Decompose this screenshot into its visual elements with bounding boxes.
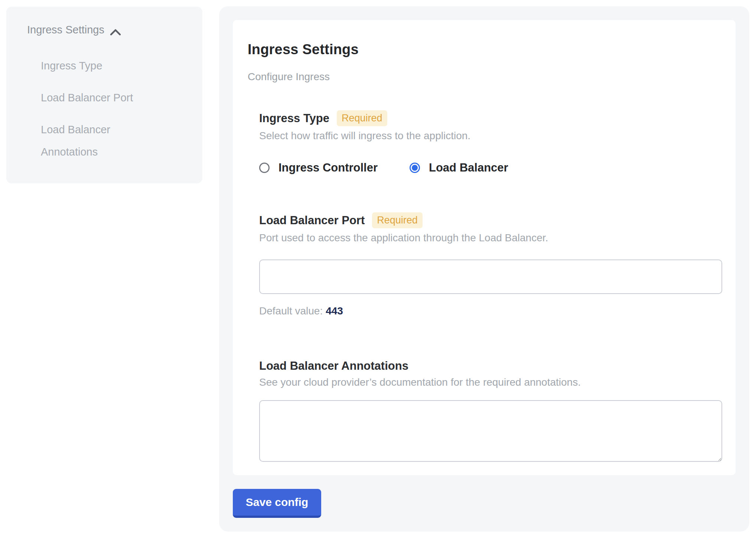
radio-option-ingress-controller[interactable]: Ingress Controller: [259, 161, 378, 174]
radio-selected-icon[interactable]: [410, 163, 420, 173]
ingress-settings-card: Ingress Settings Configure Ingress Ingre…: [233, 20, 736, 475]
sidebar-item-load-balancer-port[interactable]: Load Balancer Port: [41, 86, 156, 109]
radio-option-load-balancer[interactable]: Load Balancer: [410, 161, 508, 174]
load-balancer-annotations-textarea[interactable]: [259, 400, 722, 462]
required-badge: Required: [337, 110, 387, 126]
field-ingress-type: Ingress Type Required Select how traffic…: [259, 110, 723, 174]
radio-label-load-balancer: Load Balancer: [429, 161, 508, 174]
page-title: Ingress Settings: [248, 42, 723, 58]
load-balancer-annotations-description: See your cloud provider’s documentation …: [259, 376, 723, 388]
page-subtitle: Configure Ingress: [248, 71, 723, 83]
load-balancer-port-label: Load Balancer Port: [259, 214, 365, 227]
sidebar-item-ingress-type[interactable]: Ingress Type: [41, 55, 156, 77]
save-config-button[interactable]: Save config: [233, 489, 321, 518]
radio-unselected-icon[interactable]: [259, 163, 270, 173]
ingress-type-radio-group: Ingress Controller Load Balancer: [259, 161, 723, 174]
sidebar-section-label: Ingress Settings: [27, 24, 104, 36]
sidebar-item-load-balancer-annotations[interactable]: Load Balancer Annotations: [41, 118, 156, 163]
field-load-balancer-port: Load Balancer Port Required Port used to…: [259, 212, 723, 317]
ingress-type-label: Ingress Type: [259, 112, 329, 125]
radio-label-ingress-controller: Ingress Controller: [278, 161, 378, 174]
load-balancer-annotations-label: Load Balancer Annotations: [259, 359, 408, 373]
field-load-balancer-annotations: Load Balancer Annotations See your cloud…: [259, 359, 723, 462]
default-value-hint: Default value:443: [259, 305, 723, 317]
default-value-number: 443: [326, 305, 343, 317]
load-balancer-port-description: Port used to access the application thro…: [259, 232, 723, 244]
sidebar-item-list: Ingress Type Load Balancer Port Load Bal…: [27, 55, 191, 163]
load-balancer-port-input[interactable]: [259, 259, 722, 294]
settings-anchor-nav: Ingress Settings Ingress Type Load Balan…: [6, 7, 202, 183]
default-value-label: Default value:: [259, 305, 323, 317]
sidebar-section-ingress-settings[interactable]: Ingress Settings: [27, 24, 191, 36]
ingress-settings-panel: Ingress Settings Configure Ingress Ingre…: [219, 6, 749, 532]
ingress-type-description: Select how traffic will ingress to the a…: [259, 130, 723, 142]
chevron-up-icon: [110, 27, 121, 35]
required-badge: Required: [372, 212, 423, 228]
